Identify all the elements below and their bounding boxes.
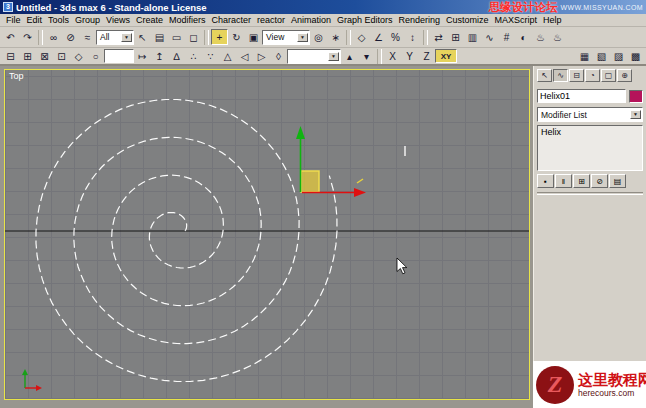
pin-stack-button[interactable]: ▪ [537,174,554,188]
extras-icon-5[interactable]: ▴ [341,49,358,63]
menu-item[interactable]: reactor [254,15,288,25]
keyframe-icon[interactable]: ∴ [185,49,202,63]
select-layer-icon[interactable]: ⊡ [53,49,70,63]
redo-icon[interactable]: ↷ [19,29,36,45]
layers-toolbar-icon[interactable]: ⊟ [2,49,19,63]
create-tab[interactable]: ↖ [537,69,552,82]
bind-ik-icon[interactable]: ∆ [168,49,185,63]
menu-item[interactable]: Modifiers [166,15,209,25]
gizmo-xy-plane[interactable] [301,171,319,192]
restrict-xy-plane-button[interactable]: XY [435,49,457,63]
extras-icon-9[interactable]: ▨ [610,49,627,63]
modify-tab[interactable]: ∿ [553,69,568,82]
mouse-cursor [397,258,407,274]
extras-icon-10[interactable]: ▩ [627,49,644,63]
menu-item[interactable]: Graph Editors [334,15,396,25]
angle-snap-icon[interactable]: ∠ [370,29,387,45]
select-and-link-icon[interactable]: ∞ [45,29,62,45]
menu-item[interactable]: Create [133,15,166,25]
watermark-logo-box: Z 这里教程网 herecours.com [533,361,646,408]
extras-icon-4[interactable]: ◊ [270,49,287,63]
layer-manager-icon[interactable]: ▥ [464,29,481,45]
spiral-path[interactable] [36,100,337,382]
restrict-y-button[interactable]: Y [401,49,418,63]
menu-item[interactable]: Tools [45,15,72,25]
motion-tab[interactable]: ◔ [585,69,600,82]
extras-icon-3[interactable]: ▷ [253,49,270,63]
show-end-result-button[interactable]: ‖ [555,174,572,188]
select-object-icon[interactable]: ↖ [134,29,151,45]
axis-tripod [22,369,42,391]
extras-icon-2[interactable]: ◁ [236,49,253,63]
modifier-stack-item[interactable]: Helix [538,126,642,138]
hierarchy-tab[interactable]: ⊟ [569,69,584,82]
menu-item[interactable]: Character [208,15,254,25]
select-by-name-icon[interactable]: ▤ [151,29,168,45]
schematic-view-icon[interactable]: # [498,29,515,45]
menu-item[interactable]: MAXScript [492,15,541,25]
undo-icon[interactable]: ↶ [2,29,19,45]
site-logo-icon: Z [536,366,574,404]
unlink-selection-icon[interactable]: ⊘ [62,29,79,45]
restrict-z-button[interactable]: Z [418,49,435,63]
bind-to-space-warp-icon[interactable]: ≈ [79,29,96,45]
object-color-swatch[interactable] [629,90,643,103]
ik-chain-icon[interactable]: ↥ [151,49,168,63]
remove-modifier-button[interactable]: ⊘ [591,174,608,188]
layer-props-icon[interactable]: ⊠ [36,49,53,63]
display-tab[interactable]: ▢ [601,69,616,82]
align-icon[interactable]: ⊞ [447,29,464,45]
ik-toggle-icon[interactable]: ↦ [134,49,151,63]
modifier-stack[interactable]: Helix [537,125,643,171]
snap-toggle-icon[interactable]: ◇ [353,29,370,45]
reference-coordinate-combo[interactable]: View [262,30,310,45]
make-unique-button[interactable]: ⊞ [573,174,590,188]
command-panel: ↖∿⊟◔▢⊕ Modifier List Helix ▪‖⊞⊘▤ [533,66,646,408]
mirror-icon[interactable]: ⇄ [430,29,447,45]
use-pivot-center-icon[interactable]: ◎ [310,29,327,45]
quick-render-icon[interactable]: ♨ [549,29,566,45]
modifier-list-dropdown[interactable]: Modifier List [537,107,643,122]
menu-item[interactable]: Group [72,15,103,25]
spinner-snap-icon[interactable]: ↕ [404,29,421,45]
utilities-tab[interactable]: ⊕ [617,69,632,82]
select-and-move-icon[interactable]: + [211,29,228,45]
menu-item[interactable]: Customize [443,15,492,25]
extras-icon-6[interactable]: ▾ [358,49,375,63]
viewport-label[interactable]: Top [9,71,24,81]
selection-filter-combo[interactable]: All [96,30,134,45]
window-crossing-icon[interactable]: ◻ [185,29,202,45]
select-and-rotate-icon[interactable]: ↻ [228,29,245,45]
restrict-x-button[interactable]: X [384,49,401,63]
select-and-manipulate-icon[interactable]: ∗ [327,29,344,45]
named-selection-sets-combo[interactable] [287,49,341,64]
viewport-top[interactable]: Top [4,69,530,400]
curve-editor-icon[interactable]: ∿ [481,29,498,45]
hide-layer-icon[interactable]: ○ [87,49,104,63]
configure-modifier-sets-button[interactable]: ▤ [609,174,626,188]
menu-item[interactable]: Edit [24,15,46,25]
dummy-helper-icon[interactable]: ∵ [202,49,219,63]
material-editor-icon[interactable]: ◐ [515,29,532,45]
extras-icon-1[interactable]: △ [219,49,236,63]
extras-icon-7[interactable]: ▦ [576,49,593,63]
select-and-scale-icon[interactable]: ▣ [245,29,262,45]
menu-item[interactable]: Animation [288,15,334,25]
toolbar2-field[interactable] [104,49,134,63]
menu-item[interactable]: File [3,15,24,25]
selection-region-icon[interactable]: ▭ [168,29,185,45]
render-scene-icon[interactable]: ♨ [532,29,549,45]
site-logo-subtitle: herecours.com [578,388,646,398]
extras-icon-8[interactable]: ▧ [593,49,610,63]
percent-snap-icon[interactable]: % [387,29,404,45]
object-name-field[interactable] [537,89,626,103]
title-bar[interactable]: 3 Untitled - 3ds max 6 - Stand-alone Lic… [0,0,646,14]
menu-item[interactable]: Help [540,15,565,25]
separator [423,30,428,45]
menu-item[interactable]: Rendering [396,15,444,25]
panel-divider [537,192,643,195]
menu-item[interactable]: Views [103,15,133,25]
freeze-layer-icon[interactable]: ◇ [70,49,87,63]
move-gizmo[interactable] [296,126,366,197]
new-layer-icon[interactable]: ⊞ [19,49,36,63]
